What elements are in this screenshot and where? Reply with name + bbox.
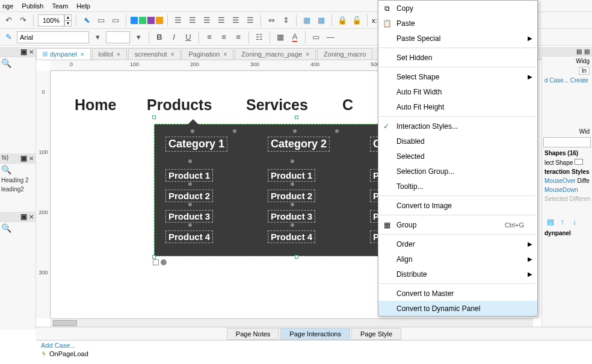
bold-icon[interactable]: B	[153, 31, 165, 43]
nav-products[interactable]: Products	[147, 96, 212, 114]
align-middle-icon[interactable]: ☰	[230, 14, 242, 26]
align-bottom-icon[interactable]: ☰	[244, 14, 256, 26]
ctx-auto-fit-height[interactable]: Auto Fit Height	[378, 99, 537, 114]
ctx-interaction-styles[interactable]: ✓Interaction Styles...	[378, 119, 537, 134]
line-icon[interactable]: —	[324, 31, 336, 43]
ctx-auto-fit-width[interactable]: Auto Fit Width	[378, 84, 537, 99]
font-name-input[interactable]	[17, 31, 89, 43]
zoom-input[interactable]	[38, 14, 64, 26]
menu-team[interactable]: Team	[52, 2, 68, 10]
search-icon[interactable]: 🔍	[1, 58, 11, 68]
in-button[interactable]: In	[579, 67, 590, 75]
unlock-icon[interactable]: 🔓	[351, 14, 363, 26]
tab-zoning-macro-page[interactable]: Zoning_macro_page×	[235, 48, 316, 60]
back-icon[interactable]: ▦	[315, 14, 327, 26]
ctx-align[interactable]: Align▶	[378, 251, 537, 267]
ctx-convert-to-dynamic-panel[interactable]: Convert to Dynamic Panel	[378, 301, 537, 316]
ctx-convert-to-master[interactable]: Convert to Master	[378, 286, 537, 301]
cat2-p1[interactable]: Product 1	[268, 169, 315, 182]
ctx-paste[interactable]: 📋Paste	[378, 16, 537, 31]
select-intercept-icon[interactable]: ▭	[95, 14, 107, 26]
ctx-disabled[interactable]: Disabled	[378, 134, 537, 149]
flyout-panel[interactable]: Category 1 Product 1 Product 2 Product 3…	[154, 124, 413, 256]
ctx-selected[interactable]: Selected	[378, 149, 537, 164]
undo-icon[interactable]: ↶	[2, 14, 14, 26]
ctx-order[interactable]: Order▶	[378, 236, 537, 251]
paint-icon[interactable]: ✎	[2, 31, 14, 43]
search-icon[interactable]: 🔍	[1, 165, 11, 174]
mouseover-link[interactable]: MouseOver	[544, 177, 576, 184]
front-icon[interactable]: ▦	[301, 14, 313, 26]
ctx-group[interactable]: ▦GroupCtrl+G	[378, 217, 537, 232]
ctx-distribute[interactable]: Distribute▶	[378, 267, 537, 282]
page-tab-notes[interactable]: Page Notes	[227, 328, 279, 340]
font-size-dd-icon[interactable]: ▾	[132, 31, 144, 43]
dist-h-icon[interactable]: ⇔	[265, 14, 277, 26]
dist-v-icon[interactable]: ⇕	[280, 14, 292, 26]
cat1-p3[interactable]: Product 3	[165, 210, 213, 223]
ctx-copy[interactable]: ⧉Copy	[378, 1, 537, 16]
font-color-icon[interactable]: A	[289, 31, 301, 43]
text-left-icon[interactable]: ≡	[203, 31, 215, 43]
left-heading2b: leading2	[0, 185, 35, 194]
tab-zoning-macro[interactable]: Zoning_macro	[317, 48, 372, 60]
ctx-convert-to-image[interactable]: Convert to Image	[378, 198, 537, 213]
underline-icon[interactable]: U	[182, 31, 194, 43]
ctx-set-hidden[interactable]: Set Hidden	[378, 50, 537, 65]
tab-screenshot[interactable]: screenshot×	[128, 48, 181, 60]
bullets-icon[interactable]: ☷	[253, 31, 265, 43]
ctx-selection-group[interactable]: Selection Group...	[378, 164, 537, 179]
copy-icon[interactable]: ▤	[576, 48, 582, 55]
page-tab-interactions[interactable]: Page Interactions	[280, 328, 350, 340]
create-link[interactable]: Create	[570, 77, 588, 84]
cat1-p4[interactable]: Product 4	[165, 230, 213, 243]
align-top-icon[interactable]: ☰	[215, 14, 227, 26]
ctx-select-shape[interactable]: Select Shape▶	[378, 69, 537, 84]
redo-icon[interactable]: ↷	[17, 14, 29, 26]
search-icon[interactable]: 🔍	[1, 223, 11, 233]
copy2-icon[interactable]: ▤	[584, 48, 590, 55]
cat2-p4[interactable]: Product 4	[268, 230, 315, 243]
tab-lolilol[interactable]: lolilol×	[92, 48, 127, 60]
nav-home[interactable]: Home	[75, 96, 116, 114]
lock-icon[interactable]: 🔒	[336, 14, 348, 26]
d-case-link[interactable]: d Case...	[544, 77, 569, 84]
add-case-link[interactable]: Add Case...	[41, 342, 587, 349]
fill-icon[interactable]: ▦	[274, 31, 286, 43]
select-mode-icon[interactable]: ⬉	[81, 14, 93, 26]
menu-help[interactable]: Help	[76, 2, 90, 10]
cat1-title[interactable]: Category 1	[165, 137, 227, 152]
text-center-icon[interactable]: ≡	[218, 31, 230, 43]
text-right-icon[interactable]: ≡	[232, 31, 244, 43]
mousedown-link[interactable]: MouseDown	[544, 187, 578, 193]
align-right-icon[interactable]: ☰	[201, 14, 213, 26]
align-center-icon[interactable]: ☰	[187, 14, 199, 26]
border-icon[interactable]: ▭	[310, 31, 322, 43]
ctx-paste-special[interactable]: Paste Special▶	[378, 31, 537, 46]
italic-icon[interactable]: I	[168, 31, 180, 43]
zoom-up-icon[interactable]: ▲	[64, 14, 72, 20]
menu-publish[interactable]: Publish	[22, 2, 43, 10]
menu-arrange[interactable]: nge	[2, 2, 13, 10]
scrollbar-horizontal[interactable]	[51, 318, 533, 327]
tab-pagination[interactable]: Pagination×	[182, 48, 233, 60]
cat1-p1[interactable]: Product 1	[165, 169, 213, 182]
nav-c[interactable]: C	[342, 96, 353, 114]
cat2-p2[interactable]: Product 2	[268, 190, 315, 202]
select-contain-icon[interactable]: ▭	[109, 14, 122, 26]
nav-services[interactable]: Services	[246, 96, 308, 114]
right-widg: Widg	[542, 57, 592, 66]
zoom-down-icon[interactable]: ▼	[64, 20, 72, 26]
page-tab-style[interactable]: Page Style	[351, 328, 401, 340]
font-size-input[interactable]	[106, 31, 130, 43]
font-name-dd-icon[interactable]: ▾	[91, 31, 103, 43]
cat2-title[interactable]: Category 2	[268, 137, 330, 152]
ctx-tooltip[interactable]: Tooltip...	[378, 179, 537, 194]
cat1-p2[interactable]: Product 2	[165, 190, 213, 202]
cat2-p3[interactable]: Product 3	[268, 210, 315, 223]
tab-dynpanel[interactable]: dynpanel×	[36, 48, 91, 60]
event-onpageload[interactable]: OnPageLoad	[49, 350, 88, 357]
shape-palette[interactable]	[131, 17, 163, 24]
align-left-icon[interactable]: ☰	[172, 14, 184, 26]
shapes-count: Shapes (16)	[544, 150, 578, 156]
